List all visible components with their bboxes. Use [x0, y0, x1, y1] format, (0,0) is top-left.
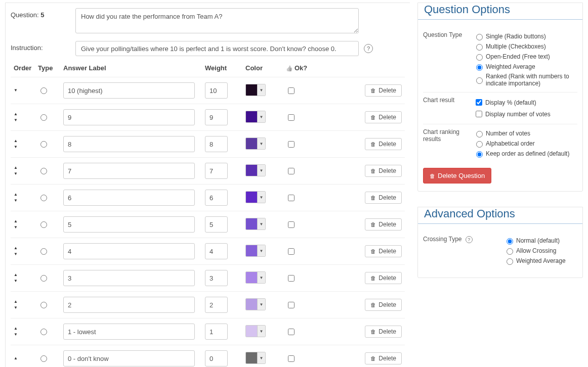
- answer-label-input[interactable]: [63, 270, 195, 286]
- answer-ok-checkbox[interactable]: [288, 275, 295, 282]
- color-picker[interactable]: ▼: [245, 352, 266, 364]
- help-icon[interactable]: ?: [466, 236, 473, 243]
- question-type-option[interactable]: Open-Ended (Free text): [474, 52, 577, 62]
- answer-ok-checkbox[interactable]: [288, 87, 295, 94]
- answer-label-input[interactable]: [63, 243, 195, 259]
- answer-type-radio[interactable]: [40, 114, 47, 121]
- crossing-type-option[interactable]: Allow Crossing: [504, 246, 577, 256]
- question-type-option[interactable]: Multiple (Checkboxes): [474, 41, 577, 52]
- answer-type-radio[interactable]: [40, 355, 47, 362]
- color-picker[interactable]: ▼: [245, 245, 266, 257]
- delete-answer-button[interactable]: 🗑 Delete: [365, 218, 402, 231]
- move-up-icon[interactable]: ▲: [14, 357, 32, 360]
- delete-answer-button[interactable]: 🗑 Delete: [365, 352, 402, 364]
- chart-ranking-option[interactable]: Keep order as defined (default): [474, 149, 577, 159]
- color-picker[interactable]: ▼: [245, 271, 266, 284]
- answer-ok-checkbox[interactable]: [288, 248, 295, 255]
- answer-type-radio[interactable]: [40, 221, 47, 228]
- answer-weight-input[interactable]: [205, 216, 228, 233]
- answer-ok-checkbox[interactable]: [288, 141, 295, 148]
- question-type-radio[interactable]: [476, 77, 483, 84]
- answer-weight-input[interactable]: [205, 270, 228, 286]
- move-down-icon[interactable]: ▼: [14, 333, 32, 336]
- move-up-icon[interactable]: ▲: [14, 327, 32, 330]
- chart-result-checkbox[interactable]: [476, 111, 482, 117]
- chart-ranking-option[interactable]: Alphabetical order: [474, 139, 577, 149]
- move-down-icon[interactable]: ▼: [14, 146, 32, 149]
- answer-label-input[interactable]: [63, 82, 195, 99]
- answer-type-radio[interactable]: [40, 302, 47, 308]
- answer-type-radio[interactable]: [40, 275, 47, 282]
- answer-type-radio[interactable]: [40, 329, 47, 335]
- answer-ok-checkbox[interactable]: [288, 195, 295, 201]
- chart-ranking-radio[interactable]: [476, 141, 483, 148]
- answer-type-radio[interactable]: [40, 248, 47, 255]
- answer-ok-checkbox[interactable]: [288, 168, 295, 174]
- answer-weight-input[interactable]: [205, 350, 228, 366]
- delete-answer-button[interactable]: 🗑 Delete: [365, 192, 402, 204]
- answer-label-input[interactable]: [63, 216, 195, 233]
- chart-result-option[interactable]: Display % (default): [474, 97, 577, 108]
- answer-ok-checkbox[interactable]: [288, 302, 295, 308]
- crossing-type-radio[interactable]: [507, 248, 513, 255]
- answer-weight-input[interactable]: [205, 243, 228, 259]
- question-type-radio[interactable]: [476, 54, 483, 61]
- delete-answer-button[interactable]: 🗑 Delete: [365, 326, 402, 338]
- chart-ranking-option[interactable]: Number of votes: [474, 128, 577, 139]
- move-down-icon[interactable]: ▼: [14, 199, 32, 202]
- answer-label-input[interactable]: [63, 350, 195, 366]
- answer-type-radio[interactable]: [40, 141, 47, 148]
- question-type-option[interactable]: Single (Radio buttons): [474, 31, 577, 41]
- answer-label-input[interactable]: [63, 136, 195, 152]
- move-up-icon[interactable]: ▲: [14, 113, 32, 116]
- answer-weight-input[interactable]: [205, 109, 228, 125]
- color-picker[interactable]: ▼: [245, 325, 266, 337]
- help-icon[interactable]: ?: [364, 44, 373, 53]
- delete-answer-button[interactable]: 🗑 Delete: [365, 138, 402, 150]
- chart-result-checkbox[interactable]: [476, 99, 482, 106]
- delete-answer-button[interactable]: 🗑 Delete: [365, 84, 402, 97]
- answer-weight-input[interactable]: [205, 324, 228, 340]
- answer-label-input[interactable]: [63, 190, 195, 206]
- move-up-icon[interactable]: ▲: [14, 166, 32, 169]
- color-picker[interactable]: ▼: [245, 111, 266, 123]
- color-picker[interactable]: ▼: [245, 191, 266, 203]
- move-down-icon[interactable]: ▼: [14, 172, 32, 175]
- question-type-option[interactable]: Ranked (Rank with numbers to indicate im…: [474, 72, 577, 88]
- crossing-type-radio[interactable]: [507, 258, 513, 265]
- color-picker[interactable]: ▼: [245, 84, 266, 96]
- move-down-icon[interactable]: ▼: [14, 119, 32, 122]
- answer-ok-checkbox[interactable]: [288, 355, 295, 362]
- crossing-type-option[interactable]: Normal (default): [504, 236, 577, 246]
- answer-label-input[interactable]: [63, 297, 195, 313]
- answer-weight-input[interactable]: [205, 163, 228, 179]
- question-type-option[interactable]: Weighted Average: [474, 62, 577, 72]
- move-up-icon[interactable]: ▲: [14, 140, 32, 143]
- color-picker[interactable]: ▼: [245, 218, 266, 230]
- answer-ok-checkbox[interactable]: [288, 114, 295, 121]
- crossing-type-option[interactable]: Weighted Average: [504, 256, 577, 266]
- move-up-icon[interactable]: ▲: [14, 247, 32, 250]
- move-up-icon[interactable]: ▲: [14, 193, 32, 196]
- answer-weight-input[interactable]: [205, 136, 228, 152]
- answer-type-radio[interactable]: [40, 87, 47, 94]
- chart-ranking-radio[interactable]: [476, 131, 483, 137]
- chart-ranking-radio[interactable]: [476, 151, 483, 158]
- delete-answer-button[interactable]: 🗑 Delete: [365, 245, 402, 257]
- delete-question-button[interactable]: 🗑 Delete Question: [423, 168, 491, 183]
- delete-answer-button[interactable]: 🗑 Delete: [365, 111, 402, 123]
- chart-result-option[interactable]: Display number of votes: [474, 108, 577, 120]
- color-picker[interactable]: ▼: [245, 164, 266, 176]
- move-down-icon[interactable]: ▼: [14, 306, 32, 309]
- question-type-radio[interactable]: [476, 44, 483, 51]
- answer-label-input[interactable]: [63, 109, 195, 125]
- move-down-icon[interactable]: ▼: [14, 89, 32, 92]
- answer-label-input[interactable]: [63, 324, 195, 340]
- answer-weight-input[interactable]: [205, 297, 228, 313]
- crossing-type-radio[interactable]: [507, 238, 513, 245]
- answer-type-radio[interactable]: [40, 195, 47, 201]
- question-text-input[interactable]: How did you rate the performance from Te…: [75, 8, 359, 33]
- delete-answer-button[interactable]: 🗑 Delete: [365, 272, 402, 284]
- instruction-input[interactable]: [75, 41, 359, 56]
- answer-weight-input[interactable]: [205, 190, 228, 206]
